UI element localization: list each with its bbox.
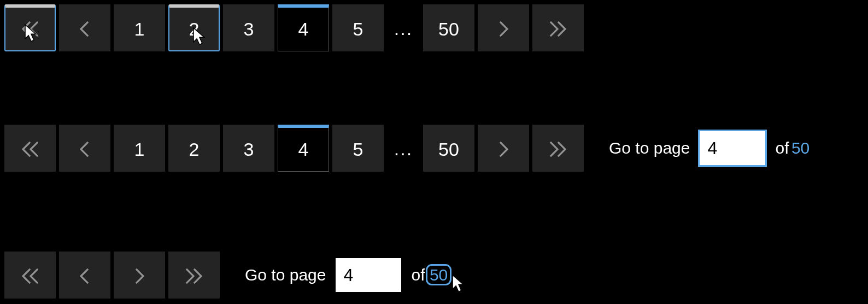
prev-page-button[interactable] bbox=[59, 4, 110, 51]
pagination-ellipsis: ... bbox=[387, 125, 420, 172]
chevron-left-icon bbox=[74, 265, 96, 287]
cursor-arrow-icon bbox=[451, 274, 466, 293]
pagination-row-3: Go to page of 50 bbox=[4, 252, 450, 299]
page-button-1[interactable]: 1 bbox=[114, 125, 165, 172]
chevron-right-icon bbox=[128, 265, 150, 287]
page-button-2[interactable]: 2 bbox=[168, 4, 220, 51]
page-button-3[interactable]: 3 bbox=[223, 4, 274, 51]
pagination-ellipsis: ... bbox=[387, 4, 420, 51]
first-page-button[interactable] bbox=[4, 252, 56, 299]
last-page-button[interactable] bbox=[532, 125, 584, 172]
goto-page-group: Go to page of 50 bbox=[245, 258, 450, 292]
chevron-double-right-icon bbox=[547, 138, 569, 160]
page-button-last[interactable]: 50 bbox=[423, 125, 474, 172]
chevron-double-right-icon bbox=[547, 18, 569, 40]
page-button-4-current[interactable]: 4 bbox=[278, 4, 329, 51]
next-page-button[interactable] bbox=[478, 125, 529, 172]
chevron-left-icon bbox=[74, 138, 96, 160]
next-page-button[interactable] bbox=[114, 252, 165, 299]
of-total: of 50 bbox=[411, 266, 450, 284]
page-button-2[interactable]: 2 bbox=[168, 125, 220, 172]
chevron-double-left-icon bbox=[19, 138, 41, 160]
first-page-button[interactable] bbox=[4, 125, 56, 172]
page-button-3[interactable]: 3 bbox=[223, 125, 274, 172]
of-label: of bbox=[775, 139, 789, 157]
of-label: of bbox=[411, 266, 425, 284]
first-page-button[interactable] bbox=[4, 4, 56, 51]
page-button-1[interactable]: 1 bbox=[114, 4, 165, 51]
chevron-double-left-icon bbox=[19, 265, 41, 287]
goto-page-input[interactable] bbox=[336, 258, 401, 292]
goto-label: Go to page bbox=[245, 266, 326, 284]
next-page-button[interactable] bbox=[478, 4, 529, 51]
page-button-4-current[interactable]: 4 bbox=[278, 125, 329, 172]
goto-page-group: Go to page of 50 bbox=[609, 131, 810, 165]
chevron-double-left-icon bbox=[19, 18, 41, 40]
chevron-left-icon bbox=[74, 18, 96, 40]
pagination-row-2: 1 2 3 4 5 ... 50 Go to page of 50 bbox=[4, 125, 810, 172]
chevron-right-icon bbox=[492, 138, 514, 160]
total-pages-link[interactable]: 50 bbox=[791, 139, 810, 157]
page-button-last[interactable]: 50 bbox=[423, 4, 474, 51]
of-total: of 50 bbox=[775, 139, 810, 157]
total-pages-link[interactable]: 50 bbox=[427, 266, 450, 284]
chevron-double-right-icon bbox=[183, 265, 205, 287]
chevron-right-icon bbox=[492, 18, 514, 40]
goto-label: Go to page bbox=[609, 139, 690, 157]
last-page-button[interactable] bbox=[532, 4, 584, 51]
prev-page-button[interactable] bbox=[59, 125, 110, 172]
prev-page-button[interactable] bbox=[59, 252, 110, 299]
last-page-button[interactable] bbox=[168, 252, 220, 299]
goto-page-input[interactable] bbox=[700, 131, 765, 165]
page-button-5[interactable]: 5 bbox=[332, 125, 384, 172]
pagination-row-1: 1 2 3 4 5 ... 50 bbox=[4, 4, 584, 51]
page-button-5[interactable]: 5 bbox=[332, 4, 384, 51]
